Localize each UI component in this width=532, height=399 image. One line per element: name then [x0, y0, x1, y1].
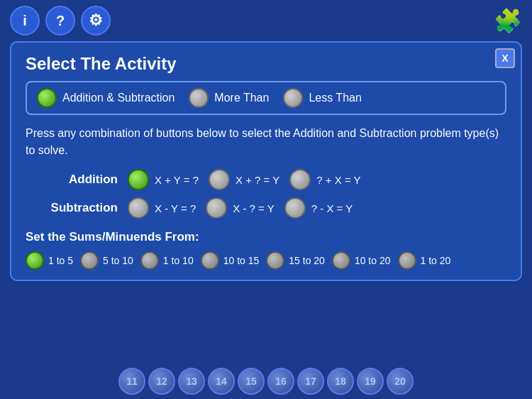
addition-opt-2-circle — [289, 169, 311, 190]
number-14[interactable]: 14 — [208, 368, 235, 395]
sum-opt-5-label: 10 to 20 — [355, 255, 391, 266]
subtraction-opt-0-circle — [128, 197, 149, 219]
sums-title: Set the Sums/Minuends From: — [26, 230, 506, 244]
activity-row: Addition & Subtraction More Than Less Th… — [26, 81, 506, 115]
sum-opt-4[interactable]: 15 to 20 — [266, 251, 325, 270]
number-13[interactable]: 13 — [178, 368, 205, 395]
subtraction-opt-1-label: X - ? = Y — [233, 202, 275, 214]
settings-button[interactable]: ⚙ — [81, 6, 111, 35]
activity-addition-subtraction-circle — [37, 88, 57, 108]
sum-opt-6-circle — [398, 251, 416, 270]
sum-opt-1-circle — [80, 251, 99, 270]
sum-opt-4-circle — [266, 251, 284, 270]
problem-grid: Addition X + Y = ? X + ? = Y ? + X = Y S… — [26, 169, 506, 219]
main-panel: X Select The Activity Addition & Subtrac… — [10, 41, 522, 281]
puzzle-icon: 🧩 — [494, 7, 522, 34]
subtraction-opt-2-circle — [284, 197, 306, 219]
subtraction-row: Subtraction X - Y = ? X - ? = Y ? - X = … — [40, 197, 506, 219]
addition-opt-1-label: X + ? = Y — [235, 174, 279, 186]
description-text: Press any combination of buttons below t… — [26, 125, 506, 159]
activity-less-than-circle — [283, 88, 303, 108]
number-19[interactable]: 19 — [357, 368, 384, 395]
number-12[interactable]: 12 — [148, 368, 175, 395]
sum-opt-3[interactable]: 10 to 15 — [201, 251, 260, 270]
sum-opt-5-circle — [332, 251, 350, 270]
sums-row: 1 to 5 5 to 10 1 to 10 10 to 15 15 to 20… — [26, 251, 506, 270]
sums-section: Set the Sums/Minuends From: 1 to 5 5 to … — [26, 230, 506, 270]
subtraction-opt-2[interactable]: ? - X = Y — [284, 197, 353, 219]
activity-more-than[interactable]: More Than — [189, 88, 269, 108]
number-17[interactable]: 17 — [297, 368, 324, 395]
number-row: 11121314151617181920 — [0, 364, 532, 399]
activity-more-than-label: More Than — [214, 92, 269, 104]
activity-less-than-label: Less Than — [309, 92, 361, 104]
number-16[interactable]: 16 — [267, 368, 294, 395]
sum-opt-6[interactable]: 1 to 20 — [398, 251, 451, 270]
top-left-icons: i ? ⚙ — [10, 6, 111, 35]
close-button[interactable]: X — [495, 48, 515, 68]
number-15[interactable]: 15 — [238, 368, 265, 395]
activity-addition-subtraction[interactable]: Addition & Subtraction — [37, 88, 174, 108]
sum-opt-3-label: 10 to 15 — [223, 255, 260, 266]
number-18[interactable]: 18 — [327, 368, 354, 395]
subtraction-label: Subtraction — [40, 201, 118, 215]
addition-opt-1-circle — [209, 169, 230, 190]
sum-opt-2-label: 1 to 10 — [163, 255, 194, 266]
addition-opt-2-label: ? + X = Y — [316, 174, 360, 186]
activity-more-than-circle — [189, 88, 209, 108]
sum-opt-2-circle — [140, 251, 159, 270]
addition-label: Addition — [40, 173, 118, 187]
panel-title: Select The Activity — [26, 54, 506, 74]
number-20[interactable]: 20 — [387, 368, 414, 395]
addition-opt-0-label: X + Y = ? — [155, 174, 199, 186]
activity-addition-subtraction-label: Addition & Subtraction — [62, 92, 174, 104]
subtraction-opt-0-label: X - Y = ? — [155, 202, 196, 214]
addition-row: Addition X + Y = ? X + ? = Y ? + X = Y — [40, 169, 506, 190]
subtraction-opt-1-circle — [206, 197, 227, 219]
addition-opt-1[interactable]: X + ? = Y — [209, 169, 279, 190]
sum-opt-3-circle — [201, 251, 219, 270]
help-button[interactable]: ? — [45, 6, 75, 35]
sum-opt-0-label: 1 to 5 — [48, 255, 73, 266]
sum-opt-1[interactable]: 5 to 10 — [80, 251, 133, 270]
info-button[interactable]: i — [10, 6, 40, 35]
top-bar: i ? ⚙ 🧩 — [0, 0, 532, 41]
addition-opt-2[interactable]: ? + X = Y — [289, 169, 360, 190]
subtraction-opt-2-label: ? - X = Y — [311, 202, 353, 214]
sum-opt-1-label: 5 to 10 — [103, 255, 133, 266]
sum-opt-2[interactable]: 1 to 10 — [140, 251, 194, 270]
subtraction-opt-1[interactable]: X - ? = Y — [206, 197, 275, 219]
sum-opt-6-label: 1 to 20 — [421, 255, 451, 266]
sum-opt-0-circle — [26, 251, 44, 270]
subtraction-opt-0[interactable]: X - Y = ? — [128, 197, 196, 219]
addition-opt-0-circle — [128, 169, 149, 190]
addition-opt-0[interactable]: X + Y = ? — [128, 169, 199, 190]
sum-opt-5[interactable]: 10 to 20 — [332, 251, 391, 270]
sum-opt-0[interactable]: 1 to 5 — [26, 251, 73, 270]
sum-opt-4-label: 15 to 20 — [289, 255, 325, 266]
number-11[interactable]: 11 — [118, 368, 145, 395]
activity-less-than[interactable]: Less Than — [283, 88, 361, 108]
